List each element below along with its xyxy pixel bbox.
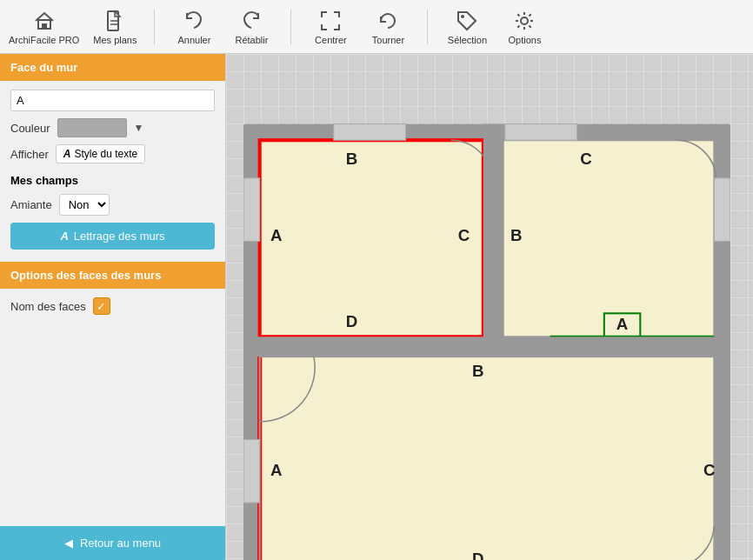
amiante-select[interactable]: Non Oui [59, 194, 110, 216]
toolbar-mesplans[interactable]: Mes plans [93, 9, 137, 45]
toolbar-sep-1 [154, 10, 155, 44]
room1-label-b: B [346, 150, 357, 168]
retour-arrow-icon: ◀ [64, 537, 73, 550]
retour-label: Retour au menu [80, 537, 161, 550]
main-area: Face du mur Couleur ▼ Afficher A Style d… [0, 54, 753, 560]
afficher-label: Afficher [10, 148, 49, 161]
room1-label-d: D [346, 312, 357, 330]
room3-label-d: D [472, 550, 483, 560]
toolbar-selection[interactable]: Sélection [445, 9, 489, 45]
home-icon [32, 9, 57, 33]
svg-rect-24 [334, 124, 406, 141]
room2-label-c: C [580, 150, 591, 168]
toolbar-sep-2 [290, 10, 291, 44]
lettrage-btn[interactable]: A Lettrage des murs [10, 223, 215, 250]
options-section: Options des faces des murs Nom des faces… [0, 262, 225, 323]
checkmark-icon: ✓ [97, 300, 106, 313]
amiante-row: Amiante Non Oui [10, 194, 215, 216]
room1-label-c: C [458, 226, 470, 244]
mes-champs-label: Mes champs [10, 174, 215, 187]
sidebar-section1-title: Face du mur [0, 54, 225, 81]
sidebar: Face du mur Couleur ▼ Afficher A Style d… [0, 54, 226, 560]
svg-rect-23 [714, 178, 730, 242]
room3-label-a: A [270, 461, 282, 479]
toolbar-centrer-label: Centrer [315, 35, 347, 45]
options-content: Nom des faces ✓ [0, 289, 225, 323]
style-du-texte-btn[interactable]: A Style du texte [56, 144, 145, 163]
room3-label-b: B [472, 362, 483, 380]
amiante-label: Amiante [10, 198, 52, 211]
floorplan-svg: B C A D C D B A [243, 123, 730, 560]
redo-icon [239, 9, 263, 33]
toolbar-options[interactable]: Options [503, 9, 546, 45]
lettrage-label: Lettrage des murs [74, 230, 165, 243]
color-swatch[interactable] [57, 118, 127, 137]
svg-rect-21 [243, 178, 260, 242]
toolbar: ArchiFacile PRO Mes plans Annuler Rétabl… [0, 0, 753, 54]
nom-faces-row: Nom des faces ✓ [10, 297, 215, 315]
nom-faces-label: Nom des faces [10, 300, 86, 313]
retour-btn[interactable]: ◀ Retour au menu [0, 526, 225, 560]
afficher-row: Afficher A Style du texte [10, 144, 215, 163]
toolbar-selection-label: Sélection [448, 35, 487, 45]
svg-rect-20 [243, 337, 730, 357]
tag-icon [455, 9, 479, 33]
toolbar-annuler-label: Annuler [177, 35, 210, 45]
options-section-title: Options des faces des murs [0, 262, 225, 289]
svg-rect-19 [483, 124, 503, 354]
toolbar-retablir-label: Rétablir [235, 35, 268, 45]
room2-label-b: B [510, 226, 522, 244]
undo-icon [182, 9, 206, 33]
toolbar-mesplans-label: Mes plans [93, 35, 137, 45]
face-text-input[interactable] [10, 90, 215, 111]
toolbar-retablir[interactable]: Rétablir [230, 9, 273, 45]
gear-icon [512, 9, 536, 33]
svg-rect-14 [260, 357, 715, 560]
svg-rect-25 [505, 124, 577, 141]
room1-label-a: A [270, 226, 282, 244]
sidebar-section1-content: Couleur ▼ Afficher A Style du texte Mes … [0, 81, 225, 258]
svg-rect-22 [243, 440, 260, 503]
svg-rect-8 [260, 140, 483, 337]
file-icon [103, 9, 127, 33]
toolbar-annuler[interactable]: Annuler [172, 9, 216, 45]
toolbar-sep-3 [427, 10, 428, 44]
room2-label-a: A [616, 315, 628, 333]
fullscreen-icon [318, 9, 343, 33]
svg-point-5 [461, 15, 464, 18]
toolbar-options-label: Options [508, 35, 541, 45]
toolbar-tourner-label: Tourner [372, 35, 404, 45]
toolbar-archifacile-label: ArchiFacile PRO [9, 35, 79, 45]
nom-faces-checkbox[interactable]: ✓ [93, 297, 110, 315]
svg-rect-10 [503, 140, 715, 337]
canvas-area[interactable]: B C A D C D B A [226, 54, 753, 560]
couleur-row: Couleur ▼ [10, 118, 215, 137]
svg-point-6 [521, 17, 528, 24]
toolbar-archifacile[interactable]: ArchiFacile PRO [9, 9, 79, 45]
floor-plan: B C A D C D B A [243, 123, 730, 560]
room3-label-c: C [703, 461, 715, 479]
toolbar-tourner[interactable]: Tourner [366, 9, 410, 45]
style-btn-label: Style du texte [75, 148, 138, 160]
style-icon: A [63, 148, 71, 160]
couleur-label: Couleur [10, 122, 50, 135]
svg-rect-1 [42, 23, 47, 29]
toolbar-centrer[interactable]: Centrer [309, 9, 352, 45]
color-dropdown-btn[interactable]: ▼ [134, 122, 144, 134]
rotate-icon [376, 9, 400, 33]
lettrage-icon: A [60, 230, 68, 243]
